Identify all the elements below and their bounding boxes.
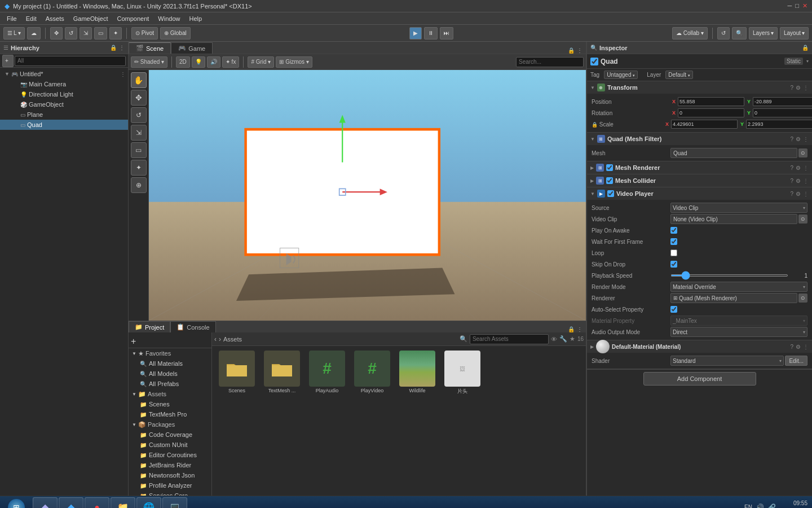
hierarchy-root[interactable]: ▼ 🎮 Untitled* ⋮ bbox=[0, 69, 128, 79]
scale-y-input[interactable] bbox=[746, 120, 812, 129]
taskbar-app-rider[interactable]: ● bbox=[85, 497, 109, 509]
filter-icon[interactable]: 🔧 bbox=[559, 335, 567, 343]
scene-fx[interactable]: ✦ fx bbox=[222, 56, 240, 68]
pkg-jetbrains[interactable]: 📁 JetBrains Rider bbox=[129, 460, 211, 470]
scene-gizmos[interactable]: ⊞ Gizmos ▾ bbox=[276, 56, 312, 68]
mesh-collider-settings[interactable]: ⚙ bbox=[796, 178, 801, 184]
hierarchy-search[interactable] bbox=[15, 56, 126, 66]
transform-scale[interactable]: ⇲ bbox=[80, 27, 92, 40]
pos-x-input[interactable] bbox=[678, 97, 744, 106]
shader-dropdown[interactable]: Standard ▾ bbox=[670, 356, 784, 366]
mesh-collider-overflow[interactable]: ⋮ bbox=[803, 178, 809, 184]
play-on-awake-checkbox[interactable] bbox=[670, 227, 677, 234]
fav-all-prefabs[interactable]: 🔍 All Prefabs bbox=[129, 379, 211, 389]
play-button[interactable]: ▶ bbox=[409, 27, 422, 40]
mesh-renderer-overflow[interactable]: ⋮ bbox=[803, 165, 809, 171]
pkg-editor-coroutines[interactable]: 📁 Editor Coroutines bbox=[129, 450, 211, 460]
step-button[interactable]: ⏭ bbox=[440, 27, 453, 40]
transform-rect[interactable]: ▭ bbox=[94, 27, 107, 40]
mesh-filter-settings[interactable]: ⚙ bbox=[796, 136, 801, 142]
scene-lighting[interactable]: 💡 bbox=[192, 56, 205, 68]
mesh-select-btn[interactable]: ⊙ bbox=[798, 148, 807, 157]
taskbar-app-vs[interactable]: 💻 bbox=[162, 497, 187, 509]
inspector-lock[interactable]: 🔒 bbox=[802, 45, 809, 51]
material-header-row[interactable]: ▶ Default-Material (Material) ? ⚙ ⋮ bbox=[587, 340, 812, 353]
asset-piangtou-item[interactable]: 🖼 片头 bbox=[442, 351, 483, 500]
tool-rect-scene[interactable]: ▭ bbox=[131, 142, 147, 158]
project-menu[interactable]: ⋮ bbox=[577, 326, 582, 332]
project-nav-back[interactable]: ‹ bbox=[214, 335, 217, 343]
tab-scene[interactable]: 🎬 Scene bbox=[129, 42, 171, 54]
skip-on-drop-checkbox[interactable] bbox=[670, 261, 677, 268]
tab-project[interactable]: 📁 Project bbox=[129, 321, 170, 332]
tool-rotate-scene[interactable]: ↺ bbox=[131, 107, 147, 123]
mesh-filter-overflow[interactable]: ⋮ bbox=[803, 136, 809, 142]
asset-scenes-item[interactable]: Scenes bbox=[217, 351, 257, 500]
cloud-btn[interactable]: ☁ Collab ▾ bbox=[672, 27, 708, 40]
transform-help-btn[interactable]: ? bbox=[790, 85, 793, 91]
static-dropdown-arrow[interactable]: ▾ bbox=[806, 59, 809, 64]
collab-btn[interactable]: ☁ bbox=[27, 27, 41, 40]
menu-component[interactable]: Component bbox=[112, 14, 153, 23]
tool-custom[interactable]: ⊕ bbox=[131, 177, 147, 193]
menu-help[interactable]: Help bbox=[184, 14, 206, 23]
rot-x-input[interactable] bbox=[678, 108, 744, 117]
pause-button[interactable]: ⏸ bbox=[424, 27, 438, 40]
mesh-renderer-settings[interactable]: ⚙ bbox=[796, 165, 801, 171]
scene-grid[interactable]: # Grid ▾ bbox=[248, 56, 274, 68]
maximize-btn[interactable]: □ bbox=[795, 2, 799, 10]
video-player-checkbox[interactable] bbox=[607, 190, 614, 197]
star-icon[interactable]: ★ bbox=[570, 335, 575, 343]
project-add-btn[interactable]: + bbox=[131, 336, 136, 347]
taskbar-network-icon[interactable]: 🔗 bbox=[767, 503, 776, 509]
tool-scale-scene[interactable]: ⇲ bbox=[131, 125, 147, 141]
taskbar-app-explorer[interactable]: 📁 bbox=[111, 497, 135, 509]
scene-persp-toggle[interactable]: 2D bbox=[176, 56, 190, 68]
mesh-filter-help[interactable]: ? bbox=[790, 136, 793, 142]
pkg-custom-nunit[interactable]: 📁 Custom NUnit bbox=[129, 440, 211, 450]
video-player-overflow[interactable]: ⋮ bbox=[803, 191, 809, 197]
auto-select-checkbox[interactable] bbox=[670, 306, 677, 313]
layers-dropdown[interactable]: Layers ▾ bbox=[749, 27, 778, 40]
transform-transform[interactable]: ✦ bbox=[109, 27, 122, 40]
video-clip-btn[interactable]: ⊙ bbox=[798, 214, 807, 224]
material-settings-btn[interactable]: ⚙ bbox=[796, 344, 801, 350]
add-component-button[interactable]: Add Component bbox=[643, 372, 756, 386]
transform-header[interactable]: ▼ ⊕ Transform ? ⚙ ⋮ bbox=[587, 81, 812, 94]
scene-view[interactable]: Persp ✋ ✥ ↺ ⇲ ▭ ✦ ⊕ bbox=[129, 70, 586, 321]
scale-x-input[interactable] bbox=[671, 120, 738, 129]
transform-rotate-tool[interactable]: ↺ bbox=[65, 27, 77, 40]
material-help-btn[interactable]: ? bbox=[790, 344, 793, 350]
transform-settings-btn[interactable]: ⚙ bbox=[796, 85, 801, 91]
asset-playvideo-item[interactable]: # PlayVideo bbox=[352, 351, 392, 500]
scene-draw-mode[interactable]: ✏ Shaded ▾ bbox=[131, 56, 167, 68]
pivot-center[interactable]: ⊙ Pivot bbox=[131, 27, 158, 40]
history-btn[interactable]: ↺ bbox=[717, 27, 730, 40]
hierarchy-lock[interactable]: 🔒 bbox=[110, 45, 117, 51]
asset-textmesh[interactable]: 📁 TextMesh Pro bbox=[129, 409, 211, 419]
material-overflow-btn[interactable]: ⋮ bbox=[803, 344, 809, 350]
scene-audio[interactable]: 🔊 bbox=[207, 56, 220, 68]
render-mode-dropdown[interactable]: Material Override ▾ bbox=[670, 282, 807, 292]
shader-edit-btn[interactable]: Edit... bbox=[785, 356, 807, 366]
pkg-code-coverage[interactable]: 📁 Code Coverage bbox=[129, 430, 211, 440]
video-player-header[interactable]: ▼ ▶ Video Player ? ⚙ ⋮ bbox=[587, 187, 812, 200]
hierarchy-item-gameobject[interactable]: 🎲 GameObject bbox=[0, 99, 128, 110]
taskbar-app-chrome[interactable]: 🌐 bbox=[136, 497, 161, 509]
asset-textmesh-item[interactable]: TextMesh ... bbox=[262, 351, 302, 500]
pkg-newtonsoft[interactable]: 📁 Newtonsoft Json bbox=[129, 470, 211, 480]
material-property-dropdown[interactable]: _MainTex ▾ bbox=[670, 316, 807, 326]
pkg-profile-analyzer[interactable]: 📁 Profile Analyzer bbox=[129, 480, 211, 491]
tool-hand[interactable]: ✋ bbox=[131, 72, 147, 88]
taskbar-app-unity-editor[interactable]: ◆ bbox=[33, 497, 58, 509]
project-lock[interactable]: 🔒 bbox=[568, 326, 575, 332]
tab-console[interactable]: 📋 Console bbox=[170, 321, 215, 332]
hierarchy-menu[interactable]: ⋮ bbox=[119, 45, 125, 51]
asset-playaudio-item[interactable]: # PlayAudio bbox=[307, 351, 347, 500]
menu-window[interactable]: Window bbox=[153, 14, 184, 23]
menu-gameobject[interactable]: GameObject bbox=[69, 14, 113, 23]
source-dropdown[interactable]: Video Clip ▾ bbox=[670, 203, 807, 213]
renderer-select-btn[interactable]: ⊙ bbox=[798, 294, 807, 303]
fav-all-materials[interactable]: 🔍 All Materials bbox=[129, 358, 211, 369]
taskbar-app-unity-hub[interactable]: ◆ bbox=[59, 497, 83, 509]
